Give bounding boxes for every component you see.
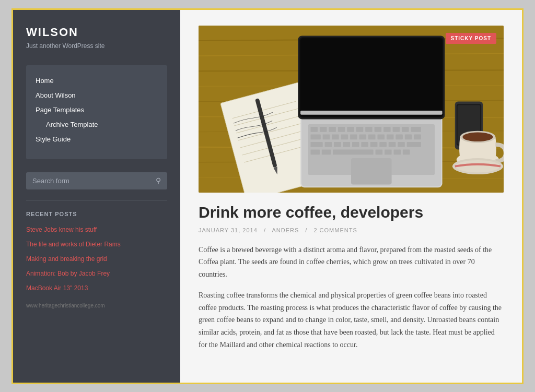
recent-posts-list: Steve Jobs knew his stuff The life and w… [26,224,167,292]
svg-rect-48 [414,134,421,139]
svg-point-79 [462,132,493,141]
nav-item-page-templates[interactable]: Page Templates [36,105,158,114]
list-item[interactable]: Making and breaking the grid [26,254,167,263]
post-author-separator: / [264,227,266,233]
svg-rect-38 [323,134,330,139]
post-featured-image: STICKY POST [199,26,504,193]
svg-rect-36 [411,126,421,132]
nav-item-home[interactable]: Home [36,76,158,85]
svg-rect-46 [396,134,403,139]
svg-rect-54 [361,142,368,147]
svg-rect-52 [343,142,350,147]
svg-rect-51 [334,142,341,147]
svg-rect-27 [329,126,336,132]
post-image-wrap: STICKY POST [199,26,504,193]
svg-rect-49 [310,142,322,147]
svg-rect-56 [379,142,387,147]
post-date: JANUARY 31, 2014 [199,227,258,233]
svg-rect-66 [403,149,410,155]
main-content: STICKY POST Drink more coffee, developer… [180,10,522,383]
site-title: WILSON [26,26,167,39]
svg-rect-59 [407,142,421,147]
svg-rect-42 [359,134,367,139]
svg-rect-44 [377,134,385,139]
svg-rect-57 [389,142,396,147]
search-input[interactable] [32,177,156,185]
svg-rect-40 [341,134,348,139]
svg-rect-41 [350,134,357,139]
post-meta: JANUARY 31, 2014 / ANDERS / 2 COMMENTS [199,227,504,233]
svg-rect-55 [370,142,378,147]
footer-url: www.heritagechristiancollege.com [26,303,167,308]
post-title: Drink more coffee, developers [199,203,504,222]
svg-rect-29 [347,126,354,132]
svg-rect-37 [310,134,320,139]
svg-rect-31 [365,126,373,132]
post-comments: 2 COMMENTS [313,227,357,233]
svg-rect-33 [383,126,391,132]
svg-rect-25 [310,126,318,132]
browser-frame: WILSON Just another WordPress site Home … [11,8,524,384]
svg-rect-67 [351,158,392,184]
search-box: ⚲ [26,172,167,200]
svg-rect-26 [320,126,327,132]
post-body: Coffee is a brewed beverage with a disti… [199,244,504,351]
nav-menu: Home About Wilson Page Templates Archive… [36,76,158,144]
scene-svg [199,26,504,193]
svg-rect-32 [375,126,382,132]
list-item[interactable]: Steve Jobs knew his stuff [26,224,167,234]
post-paragraph-2: Roasting coffee transforms the chemical … [199,289,504,351]
nav-box: Home About Wilson Page Templates Archive… [26,65,167,159]
nav-item-archive[interactable]: Archive Template [36,120,158,129]
nav-item-style-guide[interactable]: Style Guide [36,134,158,144]
list-item[interactable]: MacBook Air 13" 2013 [26,283,167,292]
sticky-badge: STICKY POST [446,33,497,44]
svg-rect-58 [398,142,405,147]
list-item[interactable]: Animation: Bob by Jacob Frey [26,268,167,278]
recent-posts-section: RECENT POSTS Steve Jobs knew his stuff T… [26,211,167,292]
svg-rect-43 [368,134,376,139]
svg-rect-47 [405,134,412,139]
svg-rect-35 [402,126,409,132]
svg-rect-45 [387,134,394,139]
svg-rect-30 [356,126,364,132]
svg-rect-60 [310,149,319,155]
list-item[interactable]: The life and works of Dieter Rams [26,239,167,248]
svg-rect-63 [376,149,383,155]
svg-rect-50 [325,142,332,147]
svg-rect-64 [385,149,392,155]
search-input-wrap[interactable]: ⚲ [26,172,167,189]
svg-rect-39 [332,134,339,139]
post-paragraph-1: Coffee is a brewed beverage with a disti… [199,244,504,281]
nav-item-about[interactable]: About Wilson [36,90,158,100]
search-icon[interactable]: ⚲ [156,176,161,185]
svg-rect-28 [338,126,345,132]
sidebar: WILSON Just another WordPress site Home … [13,10,180,383]
svg-rect-65 [393,149,401,155]
site-tagline: Just another WordPress site [26,42,167,50]
post-author: ANDERS [272,227,299,233]
svg-rect-61 [322,149,331,155]
post-comments-separator: / [305,227,307,233]
svg-rect-53 [352,142,359,147]
svg-point-81 [456,160,500,172]
svg-rect-62 [333,149,374,155]
svg-rect-34 [393,126,400,132]
svg-rect-71 [300,110,443,114]
svg-rect-70 [300,38,443,116]
recent-posts-heading: RECENT POSTS [26,211,167,217]
